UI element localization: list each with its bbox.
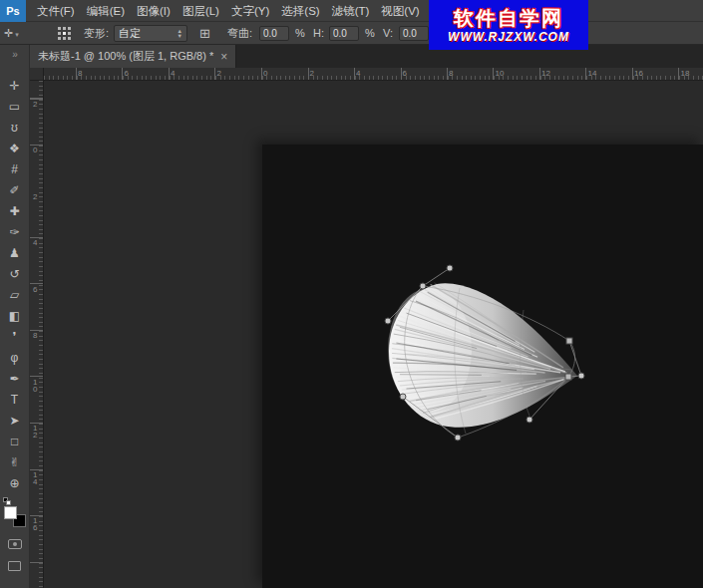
hand-tool-icon: ✌ [9,455,19,469]
menu-item-2[interactable]: 图像(I) [131,0,176,22]
menu-item-1[interactable]: 编辑(E) [81,0,131,22]
h-label: H: [313,22,324,44]
document-canvas[interactable] [262,145,703,588]
path-selection-tool[interactable]: ➤ [0,410,29,431]
ruler-h-number: 6 [403,69,407,78]
healing-brush-tool[interactable]: ✚ [0,200,29,221]
crop-tool-icon: # [11,162,18,176]
default-colors-icon[interactable] [3,497,11,505]
select-arrows-icon: ▲▼ [177,29,182,38]
warp-handle-circle[interactable] [385,318,391,324]
marquee-tool[interactable]: ▭ [0,96,29,117]
eraser-tool[interactable]: ▱ [0,284,29,305]
pen-tool[interactable]: ✒ [0,368,29,389]
warp-handle-square[interactable] [566,338,572,344]
marquee-tool-icon: ▭ [9,100,20,114]
warp-handle-square[interactable] [565,374,571,380]
warp-handle-circle[interactable] [447,265,453,271]
options-bar: ✛▾ 变形: 自定 ▲▼ ⊞ 弯曲: % H: % V: [0,22,703,45]
zoom-tool[interactable]: ⊕ [0,472,29,493]
quick-mask-icon[interactable] [8,539,22,549]
document-tab-title: 未标题-1 @ 100% (图层 1, RGB/8) * [38,49,213,64]
menu-item-3[interactable]: 图层(L) [176,0,225,22]
workspace: » ✛▭ʊ❖#✐✚✑♟↺▱◧❜φ✒T➤□✌⊕ 未标题-1 @ 100% (图层 … [0,45,703,588]
ruler-v-number: 4 [33,239,37,246]
ruler-v-number: 0 [33,147,37,153]
eyedropper-tool[interactable]: ✐ [0,179,29,200]
close-icon[interactable]: × [220,50,227,64]
hand-tool[interactable]: ✌ [0,451,29,472]
history-brush-tool[interactable]: ↺ [0,263,29,284]
warp-handle-circle[interactable] [455,435,461,441]
canvas-area[interactable] [44,81,703,588]
type-tool-icon: T [11,393,18,407]
document-tab[interactable]: 未标题-1 @ 100% (图层 1, RGB/8) * × [30,45,236,68]
ruler-h-number: 8 [449,69,453,78]
path-selection-tool-icon: ➤ [9,414,19,428]
ruler-h-number: 8 [78,69,82,78]
dodge-tool[interactable]: φ [0,347,29,368]
healing-brush-tool-icon: ✚ [9,204,19,218]
ruler-vertical: 2024681 01 21 41 6 [30,81,44,588]
zoom-tool-icon: ⊕ [9,476,19,490]
menu-item-0[interactable]: 文件(F) [31,0,81,22]
dodge-tool-icon: φ [11,351,19,365]
blur-tool[interactable]: ❜ [0,326,29,347]
quick-selection-tool[interactable]: ❖ [0,138,29,158]
clone-stamp-tool-icon: ♟ [9,246,20,260]
h-input[interactable] [329,26,359,41]
ruler-horizontal: 8642024681012141618 [44,68,703,81]
warp-handle-circle[interactable] [420,283,426,289]
type-tool[interactable]: T [0,389,29,410]
watermark-url: WWW.RJZXW.COM [448,30,569,45]
ruler-v-number: 8 [33,332,37,339]
screen-mode-icon[interactable] [8,561,21,571]
ruler-h-number: 4 [171,69,175,78]
brush-tool[interactable]: ✑ [0,221,29,242]
ruler-v-number: 2 [33,101,37,108]
toolbar-collapse-button[interactable]: » [0,45,29,61]
warp-orientation-icon[interactable]: ⊞ [199,25,210,42]
chevron-down-icon: ▾ [15,31,19,38]
reference-point-locator-icon[interactable] [58,27,71,40]
warp-style-select[interactable]: 自定 ▲▼ [114,25,187,42]
v-label: V: [383,22,393,44]
pen-tool-icon: ✒ [9,372,19,386]
lasso-tool-icon: ʊ [11,121,18,135]
clone-stamp-tool[interactable]: ♟ [0,242,29,263]
warp-handle-circle[interactable] [527,417,532,423]
shape-tool-icon: □ [11,435,18,448]
ruler-v-number: 1 6 [33,517,37,531]
photoshop-logo: Ps [0,0,26,22]
ruler-h-number: 4 [356,69,360,78]
menu-item-6[interactable]: 滤镜(T) [326,0,376,22]
lasso-tool[interactable]: ʊ [0,117,29,138]
ruler-h-number: 6 [125,69,129,78]
bend-input[interactable] [259,26,289,41]
menu-item-4[interactable]: 文字(Y) [225,0,275,22]
foreground-color-swatch[interactable] [4,506,17,519]
warp-style-value: 自定 [119,26,141,41]
ruler-h-number: 16 [634,69,643,78]
warp-label: 变形: [84,22,109,44]
crop-tool[interactable]: # [0,158,29,179]
move-tool[interactable]: ✛ [0,75,29,96]
warp-handle-circle[interactable] [578,373,584,379]
ruler-h-number: 14 [588,69,597,78]
gradient-tool[interactable]: ◧ [0,305,29,326]
menu-item-5[interactable]: 选择(S) [275,0,325,22]
tool-list: ✛▭ʊ❖#✐✚✑♟↺▱◧❜φ✒T➤□✌⊕ [0,75,29,493]
tool-preset-icon[interactable]: ✛▾ [4,25,19,43]
menu-bar: Ps 文件(F)编辑(E)图像(I)图层(L)文字(Y)选择(S)滤镜(T)视图… [0,0,703,22]
tab-bar: 未标题-1 @ 100% (图层 1, RGB/8) * × [30,45,703,68]
warp-transform-canvas [262,145,703,588]
shape-tool[interactable]: □ [0,431,29,451]
ruler-v-number: 1 4 [33,471,37,485]
menu-item-7[interactable]: 视图(V) [375,0,425,22]
bend-unit: % [295,22,305,44]
warp-handle-circle[interactable] [400,394,406,400]
ruler-h-number: 2 [310,69,314,78]
h-unit: % [365,22,375,44]
v-input[interactable] [399,26,429,41]
color-swatches [2,497,28,527]
